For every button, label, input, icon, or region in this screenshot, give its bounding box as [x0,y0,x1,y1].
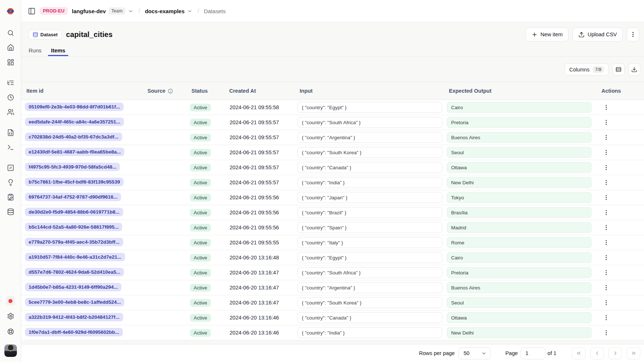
row-actions-button[interactable] [601,283,611,292]
more-actions-button[interactable] [627,27,639,41]
plus-icon [531,32,538,38]
sidebar-item-users[interactable] [6,107,15,117]
table-row[interactable]: e779a270-579a-4f45-aec4-35b72d3bff...Act… [21,235,644,250]
upload-csv-button[interactable]: Upload CSV [572,27,623,41]
more-vertical-icon [630,31,636,38]
sidebar-item-search[interactable] [6,28,15,38]
table-row[interactable]: 1d45b0e7-b85a-4231-9149-6ff90a294...Acti… [21,280,644,295]
table-row[interactable]: de30d2e0-f5d9-4854-88b6-0619771b8...Acti… [21,205,644,220]
environment-badge: PROD-EU [40,7,68,15]
row-actions-button[interactable] [601,148,611,157]
export-button[interactable] [628,63,640,75]
created-at-cell: 2024-06-21 09:55:56 [227,225,297,230]
new-item-button[interactable]: New item [526,27,568,41]
table-row[interactable]: eed5dafe-244f-465c-a84c-4a6e357251...Act… [21,115,644,130]
chevron-down-icon[interactable] [187,8,193,14]
search-icon [7,29,14,37]
item-id-badge[interactable]: de30d2e0-f5d9-4854-88b6-0619771b8... [25,208,123,216]
tab-runs[interactable]: Runs [26,47,44,56]
row-actions-button[interactable] [601,268,611,277]
row-actions-button[interactable] [601,253,611,262]
tab-items[interactable]: Items [48,47,68,56]
more-vertical-icon [603,314,610,321]
table-row[interactable]: b75c7861-1fbe-45cf-bdf6-83f139c95539Acti… [21,175,644,190]
item-id-badge[interactable]: 69764737-34af-4752-9787-d90df9616... [25,193,121,201]
table-toolbar: Columns 7/8 [21,56,644,82]
columns-count-badge: 7/8 [593,66,604,73]
item-id-badge[interactable]: eed5dafe-244f-465c-a84c-4a6e357251... [25,118,124,126]
item-id-badge[interactable]: e12430df-5e81-4687-aabb-f0ea65be8a... [25,148,124,156]
first-page-button[interactable] [572,347,585,359]
table-row[interactable]: e12430df-5e81-4687-aabb-f0ea65be8a...Act… [21,145,644,160]
org-selector[interactable]: langfuse-dev Team [72,7,133,15]
record-indicator[interactable] [6,296,15,306]
table-row[interactable]: b5c144cd-52a5-4a80-926e-58617f895...Acti… [21,220,644,235]
sidebar-item-insights[interactable] [6,178,15,187]
item-id-badge[interactable]: 05109ef0-2e3b-4e03-98dd-8f7d01b61f... [25,103,124,111]
columns-button[interactable]: Columns 7/8 [564,63,609,75]
project-selector[interactable]: docs-examples [145,8,193,14]
row-actions-button[interactable] [601,193,611,202]
sidebar-item-tracing[interactable] [6,78,15,88]
table-row[interactable]: 1f0e7da1-dbff-4e60-929d-f6095602bb...Act… [21,325,644,340]
sidebar-toggle-button[interactable] [28,7,36,15]
item-id-badge[interactable]: 1f0e7da1-dbff-4e60-929d-f6095602bb... [25,328,123,336]
item-id-badge[interactable]: b5c144cd-52a5-4a80-926e-58617f895... [25,223,122,231]
langfuse-logo[interactable] [6,0,15,22]
sidebar-item-playground[interactable] [6,143,15,152]
item-id-badge[interactable]: a1910d57-7f84-440c-9e46-a31c2d7e21... [25,253,125,261]
row-actions-button[interactable] [601,298,611,307]
item-id-badge[interactable]: f4975c95-5fc3-4939-970d-58fa5cd48... [25,163,120,171]
row-actions-button[interactable] [601,103,611,112]
rows-per-page-select[interactable]: 50 [458,347,491,359]
user-avatar[interactable] [4,344,17,357]
row-actions-button[interactable] [601,328,611,337]
created-at-cell: 2024-06-21 09:55:55 [227,240,297,245]
sidebar-item-support[interactable] [6,327,15,336]
table-row[interactable]: f4975c95-5fc3-4939-970d-58fa5cd48...Acti… [21,160,644,175]
item-id-badge[interactable]: b75c7861-1fbe-45cf-bdf6-83f139c95539 [25,178,124,186]
row-actions-button[interactable] [601,133,611,142]
item-id-badge[interactable]: e779a270-579a-4f45-aec4-35b72d3bff... [25,238,123,246]
chevron-down-icon [187,8,193,14]
sidebar-item-prompts[interactable] [6,128,15,137]
breadcrumb-section[interactable]: Datasets [204,8,226,14]
item-id-badge[interactable]: a322b319-9412-4f43-b8f2-b20484127f... [25,313,123,321]
row-actions-button[interactable] [601,223,611,232]
table-row[interactable]: 05109ef0-2e3b-4e03-98dd-8f7d01b61f...Act… [21,100,644,115]
next-page-button[interactable] [608,347,622,359]
sidebar-item-datasets[interactable] [6,207,15,217]
item-id-badge[interactable]: 1d45b0e7-b85a-4231-9149-6ff90a294... [25,283,121,291]
plus-icon [531,32,538,38]
table-row[interactable]: 69764737-34af-4752-9787-d90df9616...Acti… [21,190,644,205]
sidebar-item-evaluation[interactable] [6,163,15,173]
sidebar-item-annotation[interactable] [6,192,15,202]
row-actions-button[interactable] [601,313,611,322]
sidebar-item-dashboards[interactable] [6,58,15,67]
status-badge: Active [190,179,211,186]
row-actions-button[interactable] [601,238,611,247]
row-actions-button[interactable] [601,178,611,187]
row-actions-button[interactable] [601,163,611,172]
item-id-badge[interactable]: c702838d-24d5-40a2-bf35-67dc3a3df... [25,133,122,141]
row-height-button[interactable] [612,63,625,75]
row-actions-button[interactable] [601,118,611,127]
table-row[interactable]: c702838d-24d5-40a2-bf35-67dc3a3df...Acti… [21,130,644,145]
page-number-input[interactable] [521,347,545,359]
previous-page-button[interactable] [590,347,604,359]
table-row[interactable]: 5cee7779-3e00-4eb8-be8c-1affedd524...Act… [21,295,644,310]
sidebar-item-sessions[interactable] [6,93,15,102]
sidebar-item-home[interactable] [6,43,15,52]
item-id-badge[interactable]: d557e7d6-7802-4624-9da6-52d410ea5... [25,268,124,276]
item-id-badge[interactable]: 5cee7779-3e00-4eb8-be8c-1affedd524... [25,298,124,306]
created-at-cell: 2024-06-20 13:16:47 [227,285,297,291]
sidebar-item-settings[interactable] [6,311,15,321]
last-page-button[interactable] [627,347,640,359]
table-row[interactable]: a322b319-9412-4f43-b8f2-b20484127f...Act… [21,310,644,325]
column-label: Item id [26,88,44,94]
table-row[interactable]: d557e7d6-7802-4624-9da6-52d410ea5...Acti… [21,265,644,280]
chevron-down-icon[interactable] [128,8,133,14]
table-row[interactable]: a1910d57-7f84-440c-9e46-a31c2d7e21...Act… [21,250,644,265]
row-actions-button[interactable] [601,208,611,217]
status-badge: Active [190,314,211,322]
